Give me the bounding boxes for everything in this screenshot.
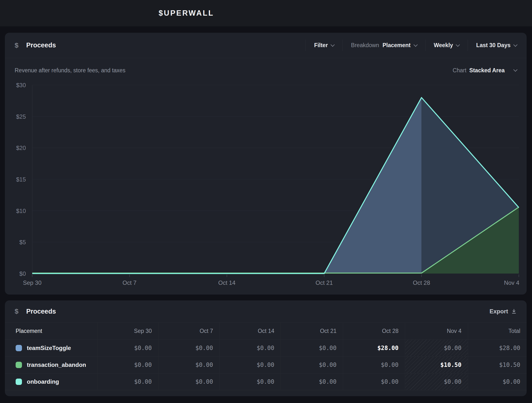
value-text: $0.00 (503, 378, 520, 385)
value-cell: $28.00 (343, 339, 405, 356)
value-text: $0.00 (257, 361, 274, 368)
column-header: Oct 7 (158, 322, 219, 339)
value-text: $28.00 (377, 345, 399, 351)
superwall-logo: $UPERWALL (159, 9, 214, 18)
value-cell: $0.00 (97, 339, 158, 356)
table-card-header: $ Proceeds Export (5, 300, 527, 322)
chart-type-select[interactable]: Chart Stacked Area (453, 67, 517, 74)
column-header: Oct 14 (219, 322, 281, 339)
chart-card-title: Proceeds (26, 42, 56, 49)
value-text: $0.00 (195, 361, 213, 368)
y-axis-label: $0 (19, 270, 26, 277)
value-cell: $0.00 (158, 373, 219, 390)
breakdown-control[interactable]: Breakdown Placement (351, 42, 417, 49)
value-text: $0.00 (195, 378, 213, 385)
y-axis-label: $5 (19, 239, 26, 245)
table-card-title-wrap: $ Proceeds (15, 308, 56, 315)
y-axis-label: $25 (16, 113, 26, 120)
row-swatch (16, 379, 22, 385)
x-axis-label: Oct 7 (123, 279, 136, 286)
value-cell: $0.00 (405, 373, 468, 390)
column-header: Sep 30 (97, 322, 158, 339)
proceeds-chart-card: $ Proceeds Filter Breakdown Placement We… (5, 33, 527, 295)
column-header: Total (468, 322, 527, 339)
value-text: $0.00 (381, 378, 399, 385)
export-label: Export (490, 308, 508, 315)
column-header: Oct 21 (281, 322, 343, 339)
value-cell: $0.00 (219, 356, 281, 373)
dollar-icon: $ (15, 308, 19, 315)
x-axis-label: Oct 14 (218, 279, 235, 286)
download-icon (511, 308, 517, 314)
revenue-subtitle: Revenue after refunds, store fees, and t… (15, 67, 125, 74)
value-text: $0.00 (257, 345, 274, 351)
filter-control[interactable]: Filter (314, 42, 334, 49)
column-header: Nov 4 (405, 322, 468, 339)
value-cell: $0.00 (468, 373, 527, 390)
top-band: $UPERWALL (0, 0, 532, 26)
value-text: $0.00 (319, 345, 337, 351)
value-cell: $0.00 (343, 356, 405, 373)
value-cell: $28.00 (468, 339, 527, 356)
dollar-icon: $ (15, 42, 19, 49)
value-text: $0.00 (134, 378, 152, 385)
y-axis-label: $15 (16, 176, 26, 183)
value-cell: $0.00 (405, 339, 468, 356)
logo-teal-part: $UPER (159, 9, 189, 17)
chart-card-header: $ Proceeds Filter Breakdown Placement We… (5, 33, 527, 58)
row-name-cell: transaction_abandon (5, 356, 97, 373)
row-swatch (16, 362, 22, 368)
row-name: onboarding (27, 378, 59, 385)
divider (342, 40, 343, 51)
value-cell: $0.00 (97, 373, 158, 390)
value-cell: $0.00 (281, 373, 343, 390)
chart-card-title-wrap: $ Proceeds (15, 42, 56, 49)
date-range-value: Last 30 Days (476, 42, 511, 49)
table-card-title: Proceeds (26, 308, 56, 315)
row-name: transaction_abandon (27, 361, 86, 368)
chevron-down-icon (513, 42, 518, 47)
logo-white-part: WALL (189, 9, 214, 17)
value-text: $0.00 (381, 361, 399, 368)
value-cell: $0.00 (97, 356, 158, 373)
proceeds-chart[interactable]: $0$5$10$15$20$25$30Sep 30Oct 7Oct 14Oct … (5, 83, 527, 295)
chevron-down-icon (413, 42, 418, 47)
value-cell: $10.50 (468, 356, 527, 373)
date-range-control[interactable]: Last 30 Days (476, 42, 517, 49)
y-axis-label: $10 (16, 208, 26, 214)
row-name-cell: onboarding (5, 373, 97, 390)
value-cell: $0.00 (158, 356, 219, 373)
interval-value: Weekly (434, 42, 453, 49)
column-header: Placement (5, 322, 97, 339)
x-axis-label: Nov 4 (504, 279, 519, 286)
divider (425, 40, 426, 51)
breakdown-value: Placement (382, 42, 410, 49)
y-axis-label: $30 (16, 83, 26, 88)
chart-type-label: Chart (453, 67, 466, 74)
value-text: $0.00 (195, 345, 213, 351)
breakdown-label: Breakdown (351, 42, 379, 49)
value-cell: $0.00 (158, 339, 219, 356)
value-cell: $10.50 (405, 356, 468, 373)
proceeds-chart-area[interactable]: $0$5$10$15$20$25$30Sep 30Oct 7Oct 14Oct … (5, 83, 527, 295)
value-text: $10.50 (440, 361, 461, 368)
value-text: $0.00 (444, 378, 461, 385)
interval-control[interactable]: Weekly (434, 42, 460, 49)
row-name: teamSizeToggle (27, 345, 71, 351)
value-cell: $0.00 (281, 339, 343, 356)
column-header: Oct 28 (343, 322, 405, 339)
filter-label: Filter (314, 42, 328, 49)
export-button[interactable]: Export (490, 308, 517, 315)
divider (306, 40, 306, 51)
proceeds-table-card: $ Proceeds Export PlacementSep 30Oct 7Oc… (5, 300, 527, 396)
divider (468, 40, 468, 51)
value-text: $0.00 (444, 345, 461, 351)
value-text: $0.00 (319, 361, 337, 368)
value-cell: $0.00 (281, 356, 343, 373)
value-text: $10.50 (499, 361, 520, 368)
proceeds-table: PlacementSep 30Oct 7Oct 14Oct 21Oct 28No… (5, 322, 527, 390)
value-text: $0.00 (134, 361, 152, 368)
chart-type-value: Stacked Area (469, 67, 511, 74)
chevron-down-icon (331, 42, 335, 47)
chevron-down-icon (513, 68, 518, 72)
